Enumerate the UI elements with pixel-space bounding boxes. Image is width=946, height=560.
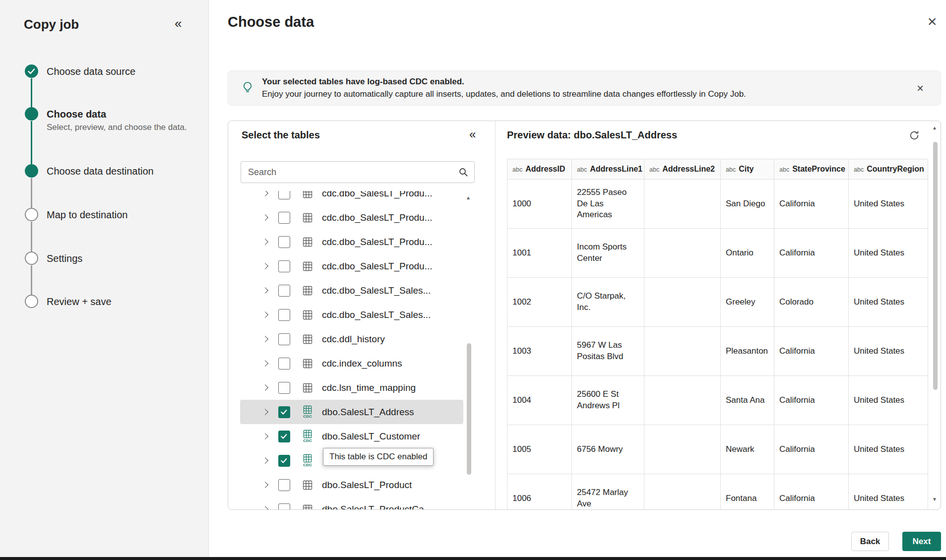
table-row: 1006 25472 Marlay Ave Fontana California… [507, 474, 928, 510]
cell: Newark [721, 425, 774, 474]
chevron-right-icon[interactable] [262, 311, 268, 318]
table-tree-item[interactable]: dbo.SalesLT_Product [240, 473, 463, 497]
search-icon[interactable] [458, 167, 468, 179]
panel-title: Select the tables [242, 129, 320, 141]
checkbox[interactable] [278, 236, 290, 248]
table-tree-item[interactable]: cdc.dbo_SalesLT_Sales... [240, 303, 463, 327]
string-type-icon: abc [854, 166, 864, 173]
chevron-right-icon[interactable] [262, 191, 268, 196]
chevron-right-icon[interactable] [262, 433, 268, 439]
cell: 6756 Mowry [572, 425, 644, 474]
checkbox[interactable] [278, 285, 290, 297]
table-name: dbo.SalesLT_Customer [322, 431, 420, 442]
chevron-right-icon[interactable] [262, 384, 268, 391]
step-choose-data-destination[interactable]: Choose data destination [47, 165, 154, 177]
checkbox[interactable] [278, 358, 290, 370]
table-tree-item-selected[interactable]: CDC dbo.SalesLT_Address [240, 400, 463, 424]
step-circle-completed[interactable] [25, 64, 38, 78]
step-circle-pending[interactable] [25, 251, 38, 265]
scroll-up-button[interactable]: ▲ [466, 195, 471, 200]
column-header: abcAddressLine1 [572, 159, 644, 180]
checkbox[interactable] [278, 260, 290, 272]
chevron-right-icon[interactable] [262, 482, 268, 488]
step-circle-done[interactable] [25, 164, 38, 178]
copy-job-dialog: Copy job « Choose data source Choose dat… [0, 0, 946, 560]
table-tree-item[interactable]: cdc.index_columns [240, 351, 463, 375]
table-name: dbo.SalesLT_ProductCa... [322, 504, 432, 510]
table-tree-item[interactable]: CDC dbo.SalesLT_Customer [240, 424, 463, 448]
table-tree-item[interactable]: dbo.SalesLT_ProductCa... [240, 497, 463, 510]
step-settings[interactable]: Settings [47, 252, 82, 264]
string-type-icon: abc [512, 166, 522, 173]
back-button[interactable]: Back [851, 532, 889, 551]
checkbox[interactable] [278, 333, 290, 345]
chevron-right-icon[interactable] [262, 239, 268, 245]
banner-close-icon[interactable]: × [913, 79, 928, 97]
step-review-save[interactable]: Review + save [47, 296, 112, 308]
step-connector [31, 222, 32, 251]
checkbox[interactable] [278, 191, 290, 199]
table-tree-item[interactable]: cdc.dbo_SalesLT_Produ... [240, 230, 463, 254]
checkbox-checked[interactable] [278, 455, 290, 467]
chevron-right-icon[interactable] [262, 214, 268, 221]
table-icon [301, 286, 314, 296]
checkbox[interactable] [278, 309, 290, 321]
cell: 22555 Paseo De Las Americas [572, 180, 644, 229]
checkbox-checked[interactable] [278, 431, 290, 442]
cell: United States [849, 180, 928, 229]
chevron-right-icon[interactable] [262, 457, 268, 464]
checkbox[interactable] [278, 382, 290, 394]
checkbox-checked[interactable] [278, 406, 290, 418]
checkbox[interactable] [278, 503, 290, 510]
next-button[interactable]: Next [902, 532, 941, 551]
table-tree-item[interactable]: cdc.ddl_history [240, 327, 463, 351]
step-choose-data[interactable]: Choose data [47, 108, 106, 120]
step-circle-current[interactable] [25, 107, 38, 121]
step-circle-pending[interactable] [25, 208, 38, 221]
collapse-panel-icon[interactable]: « [469, 127, 476, 141]
table-tree-item[interactable]: cdc.lsn_time_mapping [240, 375, 463, 400]
step-circle-pending[interactable] [25, 295, 38, 308]
chevron-right-icon[interactable] [262, 336, 268, 342]
cell: 1001 [507, 229, 572, 278]
chevron-right-icon[interactable] [262, 263, 268, 269]
table-tree-item[interactable]: cdc.dbo_SalesLT_Produ... [240, 191, 463, 205]
cdc-badge: CDC [303, 463, 312, 467]
checkbox[interactable] [278, 479, 290, 491]
preview-title: Preview data: dbo.SalesLT_Address [507, 129, 677, 141]
step-choose-data-source[interactable]: Choose data source [47, 65, 135, 77]
column-header: abcCountryRegion [849, 159, 928, 180]
scroll-up-button[interactable]: ▲ [932, 125, 937, 130]
scroll-down-button[interactable]: ▼ [932, 497, 937, 502]
scrollbar-thumb[interactable] [933, 142, 938, 390]
collapse-sidebar-icon[interactable]: « [175, 16, 182, 31]
close-dialog-icon[interactable]: × [922, 11, 943, 32]
chevron-right-icon[interactable] [262, 409, 268, 415]
checkbox[interactable] [278, 212, 290, 224]
string-type-icon: abc [649, 166, 659, 173]
table-tree-item[interactable]: cdc.dbo_SalesLT_Produ... [240, 205, 463, 230]
chevron-right-icon[interactable] [262, 360, 268, 367]
search-input[interactable] [241, 162, 474, 183]
cell: C/O Starpak, Inc. [572, 278, 644, 327]
refresh-icon[interactable] [906, 127, 923, 144]
table-row: 1005 6756 Mowry Newark California United… [507, 425, 928, 474]
cell: Colorado [774, 278, 849, 327]
step-description: Select, preview, and choose the data. [47, 123, 187, 132]
cell: California [774, 376, 849, 425]
scrollbar-thumb[interactable] [467, 343, 471, 475]
table-icon [301, 359, 314, 369]
search-box [241, 161, 475, 183]
table-name: dbo.SalesLT_Address [322, 407, 414, 418]
table-icon [301, 504, 314, 510]
chevron-right-icon[interactable] [262, 287, 268, 294]
bottom-edge [0, 557, 946, 560]
cell: California [774, 229, 849, 278]
cell: Pleasanton [721, 327, 774, 376]
step-map-to-destination[interactable]: Map to destination [47, 209, 127, 221]
table-tree-item[interactable]: cdc.dbo_SalesLT_Produ... [240, 254, 463, 278]
chevron-right-icon[interactable] [262, 506, 268, 510]
cell: Ontario [721, 229, 774, 278]
table-tree-item[interactable]: cdc.dbo_SalesLT_Sales... [240, 278, 463, 303]
cell [644, 327, 721, 376]
